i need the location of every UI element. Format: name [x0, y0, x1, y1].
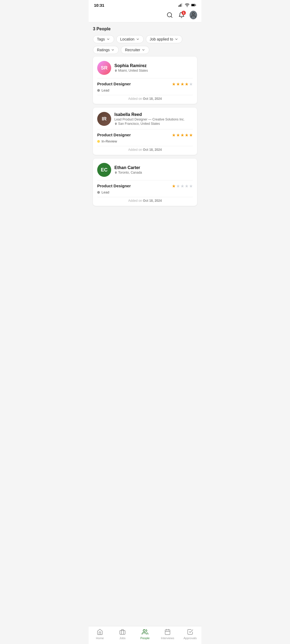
- ratings-filter[interactable]: Ratings: [93, 46, 119, 54]
- svg-rect-2: [180, 4, 181, 7]
- svg-rect-1: [180, 5, 180, 7]
- svg-rect-0: [179, 6, 179, 7]
- user-icon: [190, 12, 197, 18]
- candidate-card-sophia[interactable]: SR Sophia Ramirez Miami, United States P…: [93, 57, 197, 104]
- nav-item-home[interactable]: Home: [89, 628, 111, 640]
- candidate-location-ethan: Toronto, Canada: [114, 171, 193, 174]
- chevron-down-icon: [175, 37, 178, 41]
- jobs-icon: [119, 628, 126, 635]
- nav-label-approvals: Approvals: [184, 636, 197, 640]
- nav-item-people[interactable]: People: [134, 628, 156, 640]
- status-dot-ethan: [97, 191, 100, 194]
- job-row-ethan: Product Designer ★ ★ ★ ★ ★: [97, 184, 193, 189]
- notifications-button[interactable]: 1: [178, 11, 185, 19]
- candidate-name-sophia: Sophia Ramirez: [114, 63, 193, 68]
- filter-row-2: Ratings Recruiter: [93, 46, 197, 54]
- svg-point-4: [187, 6, 187, 7]
- added-on-isabella: Added on Oct 18, 2024: [97, 146, 193, 152]
- calendar-svg: [164, 629, 171, 635]
- location-pin-icon: [114, 171, 117, 174]
- card-bottom-isabella: Product Designer ★ ★ ★ ★ ★ In-Review Add…: [93, 129, 197, 155]
- card-top-sophia: SR Sophia Ramirez Miami, United States: [93, 57, 197, 78]
- candidate-location-sophia: Miami, United States: [114, 69, 193, 72]
- people-icon: [142, 628, 148, 635]
- nav-label-home: Home: [96, 636, 104, 640]
- stars-ethan: ★ ★ ★ ★ ★: [172, 184, 193, 189]
- card-top-ethan: EC Ethan Carter Toronto, Canada: [93, 159, 197, 180]
- home-svg: [97, 629, 103, 635]
- candidate-info-isabella: Isabella Reed Lead Product Designer — Cr…: [114, 112, 193, 126]
- candidate-card-isabella[interactable]: IR Isabella Reed Lead Product Designer —…: [93, 108, 197, 155]
- svg-point-12: [143, 630, 145, 632]
- tags-filter[interactable]: Tags: [93, 35, 114, 43]
- added-on-ethan: Added on Oct 18, 2024: [97, 197, 193, 203]
- user-avatar: [190, 11, 197, 19]
- svg-rect-3: [182, 3, 182, 7]
- card-bottom-ethan: Product Designer ★ ★ ★ ★ ★ Lead Added on…: [93, 180, 197, 206]
- profile-button[interactable]: [190, 11, 197, 19]
- recruiter-filter[interactable]: Recruiter: [121, 46, 149, 54]
- main-content: 3 People Tags Location Job applied to Ra…: [89, 22, 201, 238]
- added-on-sophia: Added on Oct 18, 2024: [97, 95, 193, 101]
- location-pin-icon: [114, 122, 117, 125]
- svg-point-10: [192, 13, 194, 15]
- job-title-sophia: Product Designer: [97, 82, 131, 86]
- nav-item-interviews[interactable]: Interviews: [156, 628, 179, 640]
- status-label-ethan: Lead: [102, 190, 109, 194]
- avatar-ethan: EC: [97, 163, 111, 177]
- search-button[interactable]: [166, 11, 173, 19]
- svg-rect-13: [165, 630, 170, 635]
- status-label-sophia: Lead: [102, 88, 109, 92]
- app-header: 1: [89, 9, 201, 22]
- candidate-info-sophia: Sophia Ramirez Miami, United States: [114, 63, 193, 72]
- nav-item-jobs[interactable]: Jobs: [111, 628, 134, 640]
- candidate-subtitle-isabella: Lead Product Designer — Creative Solutio…: [114, 118, 193, 121]
- chevron-down-icon: [142, 48, 145, 52]
- home-icon: [96, 628, 103, 635]
- check-square-svg: [187, 629, 193, 635]
- chevron-down-icon: [136, 37, 140, 41]
- status-row-sophia: Lead: [97, 88, 193, 92]
- status-dot-isabella: [97, 140, 100, 143]
- location-filter[interactable]: Location: [116, 35, 144, 43]
- avatar-isabella: IR: [97, 112, 111, 126]
- status-row-isabella: In-Review: [97, 139, 193, 143]
- avatar-sophia: SR: [97, 61, 111, 75]
- wifi-icon: [185, 3, 190, 8]
- nav-item-approvals[interactable]: Approvals: [179, 628, 201, 640]
- approvals-icon: [187, 628, 194, 635]
- candidate-name-ethan: Ethan Carter: [114, 165, 193, 170]
- job-row-isabella: Product Designer ★ ★ ★ ★ ★: [97, 133, 193, 138]
- bottom-nav: Home Jobs People: [89, 626, 201, 644]
- nav-label-people: People: [140, 636, 150, 640]
- location-pin-icon: [114, 69, 117, 72]
- filter-row-1: Tags Location Job applied to: [93, 35, 197, 43]
- nav-label-interviews: Interviews: [161, 636, 174, 640]
- candidate-name-isabella: Isabella Reed: [114, 112, 193, 117]
- svg-line-9: [171, 16, 172, 17]
- briefcase-svg: [119, 629, 126, 635]
- battery-icon: [191, 3, 196, 8]
- card-bottom-sophia: Product Designer ★ ★ ★ ★ ★ Lead Added on…: [93, 78, 197, 104]
- job-applied-filter[interactable]: Job applied to: [146, 35, 182, 43]
- status-dot-sophia: [97, 89, 100, 92]
- svg-rect-6: [195, 5, 196, 6]
- chevron-down-icon: [106, 37, 110, 41]
- svg-rect-11: [120, 631, 125, 634]
- candidate-location-isabella: San Francisco, United States: [114, 122, 193, 126]
- job-row-sophia: Product Designer ★ ★ ★ ★ ★: [97, 82, 193, 87]
- signal-icon: [178, 3, 183, 8]
- chevron-down-icon: [111, 48, 115, 52]
- candidate-card-ethan[interactable]: EC Ethan Carter Toronto, Canada Product …: [93, 159, 197, 206]
- status-row-ethan: Lead: [97, 190, 193, 194]
- status-bar: 10:31: [89, 0, 201, 9]
- status-time: 10:31: [94, 3, 104, 8]
- stars-isabella: ★ ★ ★ ★ ★: [172, 133, 193, 138]
- job-title-isabella: Product Designer: [97, 133, 131, 137]
- nav-label-jobs: Jobs: [119, 636, 125, 640]
- status-icons: [178, 3, 196, 8]
- card-top-isabella: IR Isabella Reed Lead Product Designer —…: [93, 108, 197, 129]
- job-title-ethan: Product Designer: [97, 184, 131, 188]
- search-icon: [166, 12, 173, 18]
- people-count: 3 People: [93, 27, 197, 31]
